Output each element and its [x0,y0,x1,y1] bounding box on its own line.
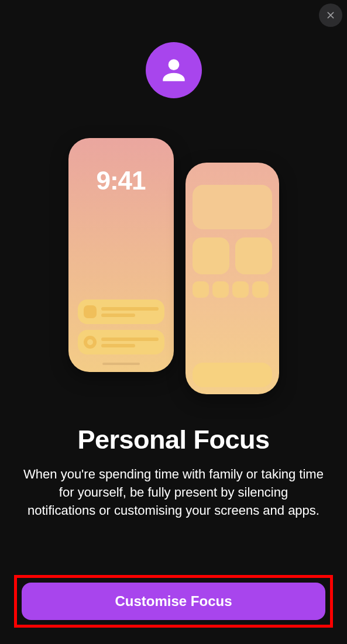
widget-small [235,237,272,274]
close-icon [325,9,336,21]
svg-point-0 [168,59,179,70]
customise-focus-button[interactable]: Customise Focus [22,583,325,620]
user-avatar [146,42,202,98]
cta-highlight-box: Customise Focus [14,575,333,628]
phones-illustration: 9:41 [57,132,291,407]
widget-large [193,185,272,229]
person-icon [157,54,190,87]
notification-contact-icon [84,336,97,349]
app-tile [232,281,249,298]
notification-card [78,330,164,354]
phone-time: 9:41 [96,166,145,195]
widget-small [193,237,229,274]
home-indicator [102,363,140,365]
app-tile [252,281,269,298]
notification-card [78,299,164,324]
phone-homescreen [185,163,279,394]
notification-app-icon [84,305,97,318]
app-tile [193,281,209,298]
phone-lockscreen: 9:41 [68,138,174,372]
content-container: 9:41 [0,0,347,519]
page-description: When you're spending time with family or… [0,466,347,519]
dock [193,363,272,387]
page-title: Personal Focus [77,425,269,455]
app-tile [212,281,229,298]
close-button[interactable] [319,4,342,27]
